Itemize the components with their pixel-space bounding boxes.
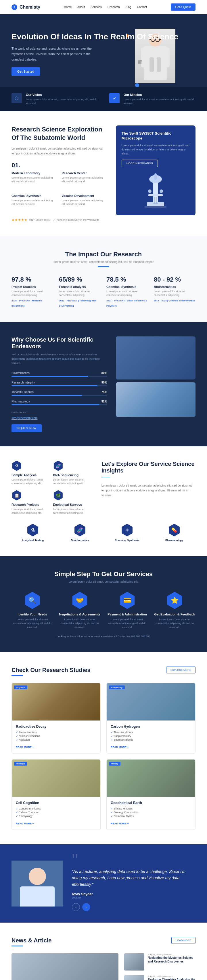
why-right: ▶ [116,336,196,417]
news-divider [11,945,23,947]
why-bottom-image [116,382,196,417]
star-rating: ★★★★★ [11,218,27,222]
step-identify: 🔍 Identify Your Needs Lorem ipsum dolor … [11,592,53,630]
nav-about[interactable]: About [77,5,85,9]
nav-next-button[interactable]: → [82,903,90,911]
exploration-left: Research Science Exploration Of The Suba… [11,126,107,222]
why-title: Why Choose Us For Scientific Endeavors [11,336,107,350]
news-header: News & Article LOAD MORE [11,937,196,944]
vision-text: Our Vision Lorem ipsum dolor sit amet, c… [26,93,98,105]
star-label: 400+ Million Tests — A Pioneer in Discov… [29,218,99,221]
nav-home[interactable]: Home [64,5,72,9]
research-exploration-section: Research Science Exploration Of The Suba… [0,111,207,236]
step-evaluation: ⭐ Get Evaluation & Feedback Lorem ipsum … [154,592,196,630]
news-item-1: July 08, 2019 | Science Navigating the M… [124,953,196,970]
nav-cta-button[interactable]: Get A Quote [171,3,196,11]
progress-pharmacology: Pharmacology 92% [11,400,107,405]
read-more-carbon[interactable]: READ MORE + [111,746,129,749]
step-identify-icon: 🔍 [24,592,41,609]
services-desc: Lorem ipsum dolor sit amet, consectetur … [101,483,196,498]
exploration-title: Research Science Exploration Of The Suba… [11,126,107,142]
stat-project-success: 97.8 % Project Success Lorem ipsum dolor… [11,276,53,308]
read-more-geochemical[interactable]: READ MORE + [111,822,129,825]
hero-title: Evolution Of Ideas In The Realm Of Scien… [11,32,196,42]
research-img-radioactive: Physics [12,683,100,721]
nav-contact[interactable]: Contact [137,5,147,9]
contact-email[interactable]: Info@chemistry.com [11,417,38,420]
service-icon-chemical: ⚛ Chemical Synthesis [106,524,148,542]
testimonial-role: Lecturer [72,896,196,899]
quote-mark: " [72,856,196,864]
research-divider [11,675,23,676]
why-contact: Get in Touch Info@chemistry.com [11,411,107,420]
hero-section: Evolution Of Ideas In The Realm Of Scien… [0,14,207,111]
stars-row: ★★★★★ 400+ Million Tests — A Pioneer in … [11,218,107,222]
read-more-radioactive[interactable]: READ MORE + [16,746,34,749]
research-img-geochemical: Honey [107,760,195,797]
research-header: Check Our Research Studies EXPLORE MORE [11,667,196,673]
read-more-cell[interactable]: READ MORE + [16,822,34,825]
news-item-2-img [124,975,144,980]
services-list: ⚗ Sample Analysis Lorem ipsum dolor sit … [11,461,90,515]
testimonial-section: " "As a Lecturer, analyzing data used to… [0,844,207,923]
impact-subtitle: Lorem ipsum dolor sit amet, consectetur … [11,260,196,264]
nav-prev-button[interactable]: ← [72,903,80,911]
hero-stat-mission: ✓ Our Mission Lorem ipsum dolor sit amet… [109,93,196,105]
microscope-title: The Swift SW380T Scientific Microscope [122,131,190,141]
research-card-radioactive: Physics Radioactive Decay Atomic Nucleus… [11,683,101,754]
testimonial-image [11,861,63,907]
steps-grid: 🔍 Identify Your Needs Lorem ipsum dolor … [11,592,196,630]
news-item-2: July 08, 2019 | Research Exploring Chemi… [124,975,196,980]
svg-point-24 [148,189,151,193]
progress-integrity: Research Integrity 90% [11,381,107,387]
microscope-image [122,171,190,210]
research-card-cell: Biology Cell Cognition Genetic Inheritan… [11,759,101,830]
person-svg [11,861,63,907]
why-section: Why Choose Us For Scientific Endeavors S… [0,322,207,446]
research-card-carbon: Chemistry Carbon Hydrogen Thermite Mixtu… [106,683,196,754]
feature-research: Research Center Lorem ipsum consectetur … [61,171,107,189]
news-item-1-img [124,953,144,970]
research-img-cell: Biology [12,760,100,797]
progress-results: Impactful Results 74% [11,390,107,396]
news-main: Beyond the Lab Beyond the Lab | April 2,… [11,953,119,980]
services-top: ⚗ Sample Analysis Lorem ipsum dolor sit … [11,461,196,515]
steps-subtitle: Lorem ipsum dolor sit amet, consectetur … [11,580,196,583]
hero-cta-button[interactable]: Get Started [11,67,40,76]
nav-services[interactable]: Services [91,5,101,9]
step-payment-icon: 💳 [119,592,136,609]
stat-bioinformatics: 80 - 92 % Bioinformatics Lorem ipsum dol… [154,276,196,308]
inquiry-button[interactable]: INQUIRY NOW [11,424,42,432]
testimonial-quote: "As a Lecturer, analyzing data used to b… [72,868,196,888]
microscope-cta[interactable]: MORE INFORMATION [122,160,158,167]
vision-icon: ⬡ [11,93,22,103]
nav-research[interactable]: Research [108,5,120,9]
news-more-button[interactable]: LOAD MORE [171,937,196,944]
logo-icon: C [11,4,17,10]
why-left: Why Choose Us For Scientific Endeavors S… [11,336,107,432]
microscope-svg [133,171,178,208]
scientist-image [116,382,196,417]
testimonial-author: Ivory Snyder [72,892,196,896]
research-img-carbon: Chemistry [107,683,195,721]
services-icons: ⚗ Analytical Testing 🧬 Bioinformatics ⚛ … [11,524,196,542]
site-logo: C Chemisty [11,4,40,10]
svg-point-30 [31,870,44,883]
nav-links: Home About Services Research Blog Contac… [64,5,147,9]
mission-icon: ✓ [109,93,120,103]
steps-section: Simple Step To Get Our Services Lorem ip… [0,556,207,652]
feature-number: 01. [11,162,107,169]
services-section: ⚗ Sample Analysis Lorem ipsum dolor sit … [0,446,207,556]
service-dna: 🧬 DNA Sequencing Lorem ipsum dolor sit a… [53,461,90,486]
steps-title: Simple Step To Get Our Services [11,570,196,578]
features-grid: Modern Laboratory Lorem ipsum consectetu… [11,171,107,212]
svg-rect-23 [148,194,163,196]
services-divider [101,477,110,477]
stat-forensic: 65/89 % Forensic Analysis Lorem ipsum do… [59,276,101,308]
steps-note: Looking for More Information for service… [11,635,196,638]
news-main-image: Beyond the Lab [11,953,119,980]
nav-blog[interactable]: Blog [126,5,132,9]
research-body-carbon: Carbon Hydrogen Thermite Mixture Supplem… [107,721,195,753]
research-more-button[interactable]: EXPLORE MORE [166,667,196,673]
news-item-1-body: July 08, 2019 | Science Navigating the M… [148,953,196,964]
